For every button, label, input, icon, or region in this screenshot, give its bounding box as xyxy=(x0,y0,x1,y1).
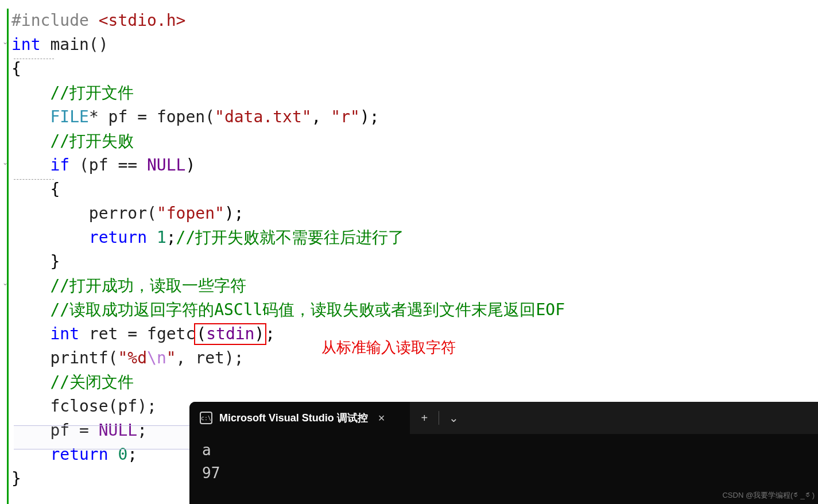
annotation-text: 从标准输入读取字符 xyxy=(321,338,456,358)
code-line[interactable]: if (pf == NULL) xyxy=(11,153,818,177)
terminal-tab-title: Microsoft Visual Studio 调试控 xyxy=(219,411,368,425)
fold-dash-icon xyxy=(14,179,54,180)
close-icon[interactable]: × xyxy=(375,412,389,425)
code-line[interactable]: } xyxy=(11,250,818,274)
tab-dropdown-button[interactable]: ⌄ xyxy=(439,402,468,434)
terminal-tab[interactable]: c:\ Microsoft Visual Studio 调试控 × xyxy=(189,402,398,434)
code-line[interactable]: //打开成功，读取一些字符 xyxy=(11,274,818,298)
code-line[interactable]: FILE* pf = fopen("data.txt", "r"); xyxy=(11,105,818,129)
change-indicator-bar xyxy=(7,9,9,504)
chevron-down-icon: ⌄ xyxy=(449,411,459,425)
terminal-output-line: a xyxy=(202,439,805,462)
code-line[interactable]: return 1;//打开失败就不需要往后进行了 xyxy=(11,226,818,250)
terminal-titlebar[interactable]: c:\ Microsoft Visual Studio 调试控 × + ⌄ xyxy=(189,402,818,434)
code-line[interactable]: //打开文件 xyxy=(11,81,818,105)
highlight-box: (stdin) xyxy=(194,323,266,345)
watermark: CSDN @我要学编程(ಥ_ಥ) xyxy=(722,490,815,501)
code-line[interactable]: //关闭文件 xyxy=(11,370,818,394)
collapse-caret-icon[interactable]: ⌄ xyxy=(2,279,8,287)
code-line[interactable]: #include <stdio.h> xyxy=(11,9,818,33)
collapse-caret-icon[interactable]: ⌄ xyxy=(2,158,8,166)
fold-dash-icon xyxy=(14,59,54,59)
code-line[interactable]: perror("fopen"); xyxy=(11,201,818,226)
new-tab-button[interactable]: + xyxy=(410,402,439,434)
terminal-output-line: 97 xyxy=(202,462,805,484)
code-line[interactable]: { xyxy=(11,177,818,201)
terminal-actions: + ⌄ xyxy=(410,402,818,434)
code-line[interactable]: int main() xyxy=(11,33,818,57)
terminal-body[interactable]: a 97 xyxy=(189,434,818,489)
code-line[interactable]: //读取成功返回字符的ASCll码值，读取失败或者遇到文件末尾返回EOF xyxy=(11,298,818,322)
code-line[interactable]: { xyxy=(11,57,818,81)
plus-icon: + xyxy=(421,412,428,425)
code-line[interactable]: //打开失败 xyxy=(11,129,818,153)
cmd-icon: c:\ xyxy=(200,412,212,424)
collapse-caret-icon[interactable]: ⌄ xyxy=(2,38,8,46)
terminal-window[interactable]: c:\ Microsoft Visual Studio 调试控 × + ⌄ a … xyxy=(189,402,818,504)
